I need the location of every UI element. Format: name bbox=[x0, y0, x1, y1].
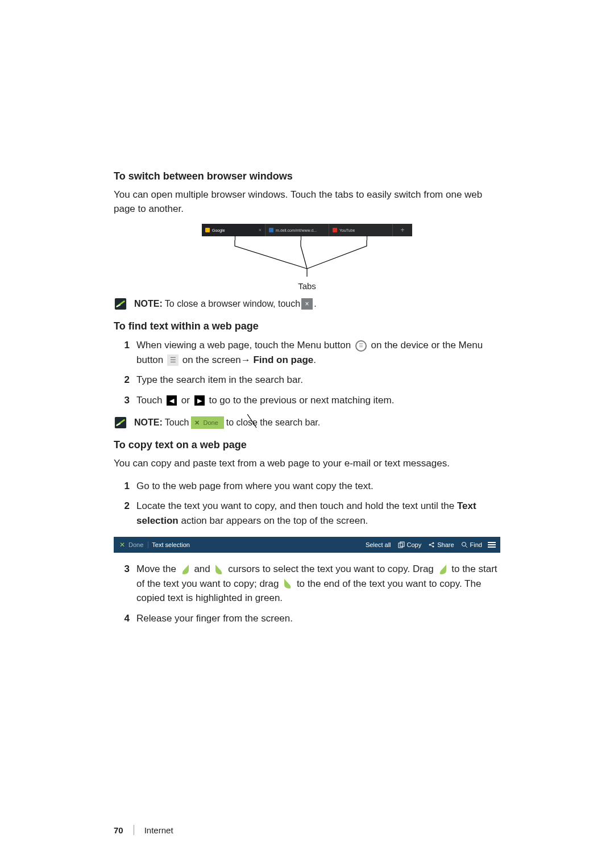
ts-done-button[interactable]: Done bbox=[125, 541, 148, 548]
note-label: NOTE: bbox=[134, 418, 163, 428]
done-label: Done bbox=[203, 419, 218, 426]
footer-section-label: Internet bbox=[144, 825, 173, 835]
copy-step-2: Locate the text you want to copy, and th… bbox=[136, 499, 500, 528]
ts-select-all-button[interactable]: Select all bbox=[362, 541, 395, 548]
find-step-1: When viewing a web page, touch the Menu … bbox=[136, 338, 500, 367]
note-close-tab: NOTE: To close a browser window, touch ×… bbox=[114, 298, 500, 310]
note-icon bbox=[114, 416, 127, 429]
page-footer: 70 Internet bbox=[114, 825, 173, 835]
google-icon bbox=[205, 228, 210, 232]
done-button[interactable]: ✕ Done bbox=[191, 416, 223, 429]
step-number: 2 bbox=[114, 499, 136, 514]
find-step-2: Type the search item in the search bar. bbox=[136, 373, 500, 387]
svg-line-10 bbox=[430, 545, 433, 546]
youtube-icon bbox=[333, 228, 337, 232]
svg-point-11 bbox=[462, 542, 466, 546]
tab-label: m.dell.com/mt/www.d... bbox=[276, 228, 317, 232]
find-step-3: Touch ◀ or ▶ to go to the previous or ne… bbox=[136, 393, 500, 408]
step-number: 3 bbox=[114, 562, 136, 577]
tabs-funnel-diagram bbox=[202, 240, 412, 280]
copy-step-4: Release your finger from the screen. bbox=[136, 611, 500, 626]
ts-copy-button[interactable]: Copy bbox=[395, 541, 425, 548]
ts-close-icon[interactable]: ✕ bbox=[116, 541, 125, 549]
note-text-end: . bbox=[314, 299, 316, 309]
selection-end-cursor-icon bbox=[215, 565, 223, 575]
copy-icon bbox=[398, 541, 405, 548]
copy-step-1: Go to the web page from where you want c… bbox=[136, 479, 500, 494]
ts-overflow-icon[interactable] bbox=[486, 542, 498, 548]
ts-title: Text selection bbox=[148, 541, 193, 548]
tab-label: Google bbox=[212, 228, 225, 232]
tab-youtube[interactable]: YouTube bbox=[329, 224, 393, 236]
tabs-caption: Tabs bbox=[202, 281, 412, 291]
ts-find-button[interactable]: Find bbox=[458, 541, 486, 548]
tab-close-icon[interactable]: × bbox=[259, 227, 262, 233]
find-prev-icon[interactable]: ◀ bbox=[167, 395, 177, 406]
note-icon bbox=[114, 298, 127, 310]
svg-line-9 bbox=[430, 543, 433, 545]
hardware-menu-icon: ☰ bbox=[355, 340, 367, 352]
new-tab-button[interactable]: + bbox=[393, 224, 412, 236]
page-number: 70 bbox=[114, 825, 123, 835]
note-close-search: NOTE: Touch ✕ Done to close the search b… bbox=[114, 416, 500, 429]
step-number: 1 bbox=[114, 479, 136, 494]
svg-line-3 bbox=[247, 414, 256, 428]
heading-find-text: To find text within a web page bbox=[114, 320, 500, 332]
find-icon bbox=[461, 541, 468, 548]
note-text: Touch bbox=[165, 418, 189, 428]
tab-google[interactable]: Google × bbox=[202, 224, 265, 236]
body-copy-text: You can copy and paste text from a web p… bbox=[114, 457, 500, 471]
heading-copy-text: To copy text on a web page bbox=[114, 439, 500, 451]
step-number: 2 bbox=[114, 373, 136, 387]
svg-line-12 bbox=[466, 546, 467, 548]
step-number: 4 bbox=[114, 611, 136, 626]
ts-share-button[interactable]: Share bbox=[425, 541, 457, 548]
heading-switch-windows: To switch between browser windows bbox=[114, 170, 500, 182]
onscreen-menu-icon[interactable]: ☰ bbox=[167, 354, 179, 366]
copy-step-3: Move the and cursors to select the text … bbox=[136, 562, 500, 606]
dell-icon bbox=[269, 228, 273, 232]
done-close-icon: ✕ bbox=[194, 419, 200, 427]
tab-dell[interactable]: m.dell.com/mt/www.d... bbox=[265, 224, 329, 236]
body-switch-windows: You can open multiple browser windows. T… bbox=[114, 188, 500, 216]
pointer-line-icon bbox=[247, 414, 259, 431]
selection-end-cursor-icon bbox=[284, 579, 292, 589]
find-next-icon[interactable]: ▶ bbox=[194, 395, 205, 406]
share-icon bbox=[428, 541, 435, 548]
step-number: 3 bbox=[114, 393, 136, 408]
text-selection-bar: ✕ Done Text selection Select all Copy Sh… bbox=[114, 537, 500, 553]
selection-start-cursor-icon bbox=[439, 565, 447, 575]
step-number: 1 bbox=[114, 338, 136, 353]
note-label: NOTE: bbox=[134, 299, 163, 309]
close-icon[interactable]: × bbox=[301, 298, 313, 310]
note-text-end: to close the search bar. bbox=[226, 418, 320, 428]
footer-separator bbox=[134, 825, 134, 835]
tabs-figure: Google × m.dell.com/mt/www.d... YouTube … bbox=[202, 224, 412, 291]
tab-label: YouTube bbox=[339, 228, 355, 232]
note-text: To close a browser window, touch bbox=[165, 299, 300, 309]
selection-start-cursor-icon bbox=[181, 565, 189, 575]
